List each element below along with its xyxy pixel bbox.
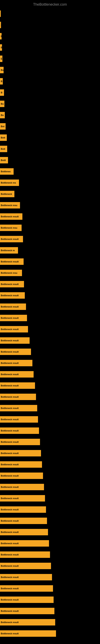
bar: Bottleneck result — [0, 439, 40, 445]
bar-label: Bottlenec — [1, 170, 11, 173]
bar: Bottleneck result — [0, 596, 53, 603]
bar-row: Bottleneck result — [0, 346, 100, 358]
bar: Bottleneck result — [0, 428, 39, 434]
bar-row: Bottleneck result — [0, 234, 100, 245]
bar-row: B — [0, 42, 100, 53]
bar-label: Bottleneck result — [1, 531, 19, 533]
bar-row: Bottleneck result — [0, 594, 100, 605]
bar-row: Bottlenec — [0, 166, 100, 177]
bar-row: Bottleneck result — [0, 312, 100, 324]
bar-label: Bottleneck res — [1, 182, 16, 184]
bar: B — [0, 44, 2, 51]
bar: Bottleneck resu — [0, 202, 20, 208]
bar-row: Bottleneck result — [0, 402, 100, 414]
bar-row: Bo — [0, 64, 100, 76]
bar-row: r — [0, 19, 100, 30]
bar-row: Bottleneck result — [0, 572, 100, 583]
bar-label: E — [1, 58, 2, 60]
bar: Bottleneck result — [0, 552, 50, 558]
bar-label: Bottleneck resu — [1, 204, 17, 206]
bar-row: Bottleneck result — [0, 290, 100, 301]
bar-label: Bottleneck result — [1, 497, 19, 500]
bar-label: B — [1, 80, 2, 82]
bar-row: Bo — [0, 110, 100, 121]
bar: Bottleneck res — [0, 180, 19, 186]
bar: Bottleneck result — [0, 281, 24, 288]
bar-label: Bottleneck result — [1, 576, 19, 578]
bar: Bottleneck resu — [0, 270, 22, 276]
bar-row: Bottleneck resu — [0, 200, 100, 211]
bar-row: Bottleneck result — [0, 493, 100, 504]
bar-label: Bottleneck result — [1, 283, 19, 285]
bar-row: Bottleneck result — [0, 538, 100, 549]
bar-label: Bottleneck result — [1, 554, 19, 556]
bar-label: Bottleneck result — [1, 418, 19, 420]
bar: Bottleneck result — [0, 337, 30, 344]
bar-label: Bottleneck result — [1, 587, 19, 590]
bar-row: B — [0, 76, 100, 87]
bar-row: Bottleneck result — [0, 436, 100, 448]
bar-label: Bottleneck result — [1, 508, 19, 511]
bar: Bottleneck result — [0, 416, 38, 422]
bar: Bottleneck result — [0, 461, 42, 468]
bar-label: Bottleneck result — [1, 542, 19, 544]
bar-label: r — [1, 24, 1, 26]
bar-row: Bottleneck result — [0, 278, 100, 290]
bar: Bottleneck result — [0, 450, 41, 456]
bar-label: Bottleneck result — [1, 317, 19, 319]
bar: Bo — [0, 100, 4, 107]
bar: E — [0, 56, 2, 62]
bar-row: Bott — [0, 143, 100, 154]
bar-row: Bottleneck result — [0, 391, 100, 402]
bar: Bottleneck result — [0, 506, 46, 513]
bar-label: Bottleneck result — [1, 350, 19, 353]
bar-row: Bottl — [0, 154, 100, 166]
bar-row: Bottleneck result — [0, 301, 100, 312]
bar-label: Bottleneck result — [1, 463, 19, 466]
bar: Bott — [0, 134, 7, 141]
bar-row: | — [0, 8, 100, 19]
bar: Bottleneck result — [0, 348, 31, 355]
bar: Bottleneck result — [0, 258, 24, 265]
bar-label: Bottleneck result — [1, 621, 19, 624]
bar-row: Bo — [0, 98, 100, 110]
bar: Bo — [0, 112, 5, 118]
bar: Bottlenec — [0, 168, 14, 175]
bar-label: Bottleneck result — [1, 441, 19, 443]
bar-label: Bottleneck result — [1, 339, 19, 342]
bar-label: Bottleneck result — [1, 362, 19, 364]
bar-label: Bottleneck result — [1, 474, 19, 477]
bar-row: Bottleneck re — [0, 245, 100, 256]
bar: Bottleneck result — [0, 315, 27, 321]
bar: Bottleneck result — [0, 563, 51, 569]
bar-label: Bottleneck result — [1, 384, 19, 387]
bar-row: Bottleneck — [0, 188, 100, 200]
site-title: TheBottlenecker.com — [0, 1, 100, 8]
bar: Bottleneck result — [0, 394, 36, 400]
bar-label: Bottleneck result — [1, 260, 19, 263]
bar-row: Bottleneck result — [0, 583, 100, 594]
bar-label: Bott — [1, 148, 5, 150]
bar-label: Bottleneck result — [1, 565, 19, 567]
bar-row: Bottleneck result — [0, 605, 100, 617]
bar: Bottleneck result — [0, 292, 25, 299]
bar-row: E — [0, 30, 100, 42]
bar-row: Bottleneck result — [0, 380, 100, 391]
bar-row: Bottleneck result — [0, 470, 100, 482]
bar: Bottleneck result — [0, 608, 54, 614]
bar-label: Bottleneck result — [1, 396, 19, 398]
bar-label: Bottleneck resu — [1, 272, 17, 274]
bar-label: Bottleneck result — [1, 486, 19, 488]
bar-label: Bottleneck result — [1, 407, 19, 409]
bar: Bottleneck result — [0, 304, 26, 310]
bar-row: Bottleneck result — [0, 324, 100, 335]
bar-row: Bottleneck result — [0, 482, 100, 493]
bar-row: Bottleneck result — [0, 335, 100, 346]
bar: | — [0, 10, 1, 17]
bar-label: Bottleneck result — [1, 632, 19, 635]
bar: B — [0, 78, 3, 84]
bar: Bottleneck result — [0, 495, 45, 502]
bar-row: Bottleneck result — [0, 448, 100, 459]
bar: Bottleneck result — [0, 484, 44, 490]
bar: Bottleneck result — [0, 630, 56, 637]
